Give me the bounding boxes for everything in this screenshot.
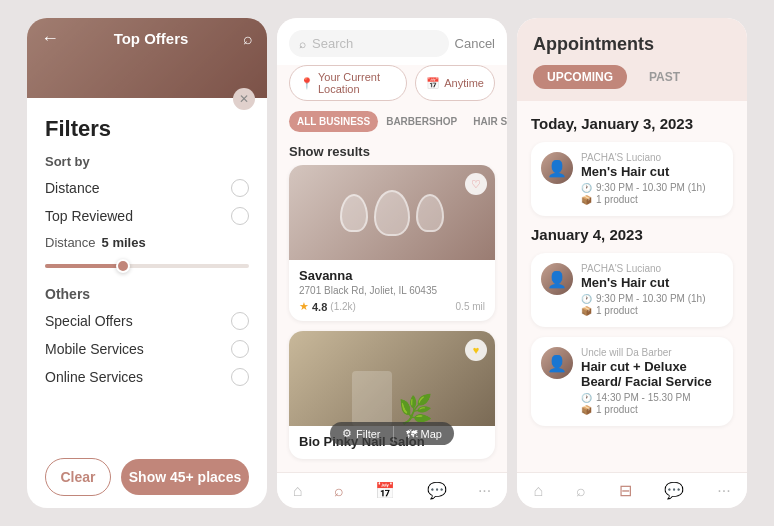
- appt-shop-pacha1: PACHA'S Luciano: [581, 152, 723, 163]
- appt-time-label-1: 9:30 PM - 10.30 PM (1h): [596, 182, 706, 193]
- appt-service-uncle: Hair cut + Deluxe Beard/ Facial Service: [581, 359, 723, 389]
- location-chip[interactable]: 📍 Your Current Location: [289, 65, 407, 101]
- appt-details-pacha1: PACHA'S Luciano Men's Hair cut 🕐 9:30 PM…: [581, 152, 723, 206]
- savanna-review-count: (1.2k): [330, 301, 356, 312]
- appointments-title: Appointments: [533, 34, 731, 55]
- past-tab[interactable]: PAST: [635, 65, 694, 89]
- appt-card-jan4-haircut[interactable]: 👤 PACHA'S Luciano Men's Hair cut 🕐 9:30 …: [531, 253, 733, 327]
- sort-distance-radio[interactable]: [231, 179, 249, 197]
- nav-search-icon[interactable]: ⌕: [334, 482, 344, 500]
- slider-fill: [45, 264, 123, 268]
- nav-calendar-icon[interactable]: 📅: [375, 481, 395, 500]
- sort-top-reviewed-radio[interactable]: [231, 207, 249, 225]
- filters-body: Filters Sort by Distance Top Reviewed Di…: [27, 98, 267, 446]
- search-panel: ⌕ Search Cancel 📍 Your Current Location …: [277, 18, 507, 508]
- filters-header: ← Top Offers ⌕: [27, 18, 267, 59]
- nav-chat-icon[interactable]: 💬: [427, 481, 447, 500]
- savanna-info: Savanna 2701 Black Rd, Joliet, IL 60435 …: [289, 260, 495, 321]
- category-all-business[interactable]: ALL BUSINESS: [289, 111, 378, 132]
- category-tabs: ALL BUSINESS BARBERSHOP HAIR SALON MASSA: [277, 111, 507, 140]
- upcoming-tab[interactable]: UPCOMING: [533, 65, 627, 89]
- savanna-meta: ★ 4.8 (1.2k) 0.5 mil: [299, 300, 485, 313]
- result-card-nail-salon[interactable]: 🌿 ♥ Bio Pinky Nail Salon ⚙ Filter: [289, 331, 495, 459]
- sort-distance-row: Distance: [45, 179, 249, 197]
- avatar-img-3: 👤: [547, 354, 567, 373]
- filter-map-pill: ⚙ Filter 🗺 Map: [330, 422, 454, 445]
- appt-time-pacha2: 🕐 9:30 PM - 10.30 PM (1h): [581, 293, 723, 304]
- appt-time-uncle: 🕐 14:30 PM - 15.30 PM: [581, 392, 723, 403]
- filters-panel: ← Top Offers ⌕ ✕ Filters Sort by Distanc…: [27, 18, 267, 508]
- appt-product-label-3: 1 product: [596, 404, 638, 415]
- appt-card-jan3-haircut[interactable]: 👤 PACHA'S Luciano Men's Hair cut 🕐 9:30 …: [531, 142, 733, 216]
- mirror-3: [416, 194, 444, 232]
- appt-nav-search-icon[interactable]: ⌕: [576, 482, 586, 500]
- appt-shop-pacha2: PACHA'S Luciano: [581, 263, 723, 274]
- search-results-area: ♡ Savanna 2701 Black Rd, Joliet, IL 6043…: [277, 165, 507, 472]
- nail-heart-icon[interactable]: ♥: [465, 339, 487, 361]
- clear-button[interactable]: Clear: [45, 458, 111, 496]
- clock-icon-3: 🕐: [581, 393, 592, 403]
- show-results-label: Show results: [277, 140, 507, 165]
- search-panel-nav: ⌂ ⌕ 📅 💬 ···: [277, 472, 507, 508]
- appt-nav-home-icon[interactable]: ⌂: [533, 482, 543, 500]
- savanna-heart-icon[interactable]: ♡: [465, 173, 487, 195]
- category-barbershop[interactable]: BARBERSHOP: [378, 111, 465, 132]
- filters-panel-title: Top Offers: [114, 30, 189, 47]
- mobile-services-radio[interactable]: [231, 340, 249, 358]
- others-label: Others: [45, 286, 249, 302]
- date-label-jan3: Today, January 3, 2023: [531, 115, 733, 132]
- salon-mirror-decor: [340, 190, 444, 236]
- appt-product-label-1: 1 product: [596, 194, 638, 205]
- location-icon: 📍: [300, 77, 314, 90]
- search-icon[interactable]: ⌕: [243, 30, 253, 48]
- special-offers-radio[interactable]: [231, 312, 249, 330]
- map-pill-label: Map: [421, 428, 442, 440]
- appt-nav-layers-icon[interactable]: ⊟: [619, 481, 632, 500]
- map-icon: 🗺: [406, 428, 417, 440]
- calendar-icon: 📅: [426, 77, 440, 90]
- back-icon[interactable]: ←: [41, 28, 59, 49]
- location-chip-label: Your Current Location: [318, 71, 396, 95]
- appt-details-uncle: Uncle will Da Barber Hair cut + Deluxe B…: [581, 347, 723, 416]
- show-places-button[interactable]: Show 45+ places: [121, 459, 249, 495]
- nav-more-icon[interactable]: ···: [478, 482, 491, 500]
- map-pill-button[interactable]: 🗺 Map: [394, 423, 454, 445]
- location-row: 📍 Your Current Location 📅 Anytime: [277, 65, 507, 111]
- filter-icon: ⚙: [342, 427, 352, 440]
- savanna-image: ♡: [289, 165, 495, 260]
- appt-avatar-uncle: 👤: [541, 347, 573, 379]
- result-card-savanna[interactable]: ♡ Savanna 2701 Black Rd, Joliet, IL 6043…: [289, 165, 495, 321]
- online-services-row: Online Services: [45, 368, 249, 386]
- close-icon[interactable]: ✕: [233, 88, 255, 110]
- appointments-nav: ⌂ ⌕ ⊟ 💬 ···: [517, 472, 747, 508]
- distance-slider[interactable]: [45, 264, 249, 268]
- star-icon: ★: [299, 300, 309, 313]
- shelf-decor: [352, 371, 392, 426]
- avatar-img-2: 👤: [547, 270, 567, 289]
- distance-row: Distance 5 miles: [45, 235, 249, 250]
- filter-pill-button[interactable]: ⚙ Filter: [330, 422, 392, 445]
- filters-footer: Clear Show 45+ places: [27, 446, 267, 508]
- appt-product-pacha2: 📦 1 product: [581, 305, 723, 316]
- slider-thumb[interactable]: [116, 259, 130, 273]
- nav-home-icon[interactable]: ⌂: [293, 482, 303, 500]
- cancel-button[interactable]: Cancel: [455, 36, 495, 51]
- appointments-header: Appointments UPCOMING PAST: [517, 18, 747, 101]
- appt-nav-chat-icon[interactable]: 💬: [664, 481, 684, 500]
- online-services-radio[interactable]: [231, 368, 249, 386]
- sort-distance-label: Distance: [45, 180, 99, 196]
- special-offers-label: Special Offers: [45, 313, 133, 329]
- appt-card-jan4-beard[interactable]: 👤 Uncle will Da Barber Hair cut + Deluxe…: [531, 337, 733, 426]
- appt-shop-uncle: Uncle will Da Barber: [581, 347, 723, 358]
- time-chip[interactable]: 📅 Anytime: [415, 65, 495, 101]
- category-hair-salon[interactable]: HAIR SALON: [465, 111, 507, 132]
- appt-service-pacha1: Men's Hair cut: [581, 164, 723, 179]
- search-bar[interactable]: ⌕ Search: [289, 30, 449, 57]
- sort-top-reviewed-label: Top Reviewed: [45, 208, 133, 224]
- appt-nav-more-icon[interactable]: ···: [717, 482, 730, 500]
- appt-avatar-pacha2: 👤: [541, 263, 573, 295]
- special-offers-row: Special Offers: [45, 312, 249, 330]
- nail-salon-image: 🌿 ♥: [289, 331, 495, 426]
- distance-label: Distance: [45, 235, 96, 250]
- appt-time-label-3: 14:30 PM - 15.30 PM: [596, 392, 691, 403]
